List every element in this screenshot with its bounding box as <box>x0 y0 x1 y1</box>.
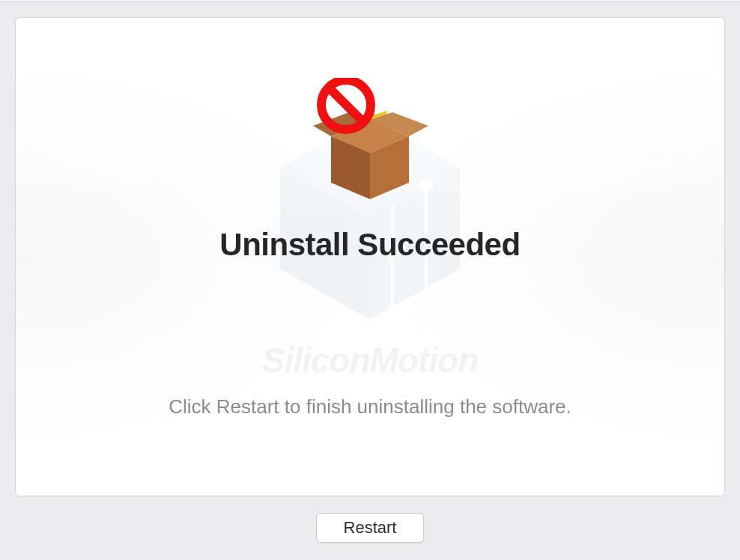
window-body: SiliconMotion <box>0 2 740 560</box>
button-row: Restart <box>316 513 425 543</box>
uninstall-box-icon <box>303 78 437 212</box>
instruction-text: Click Restart to finish uninstalling the… <box>169 395 571 419</box>
watermark-brand-text: SiliconMotion <box>258 340 482 380</box>
content-panel: SiliconMotion <box>15 17 725 496</box>
uninstall-heading: Uninstall Succeeded <box>219 227 520 263</box>
restart-button[interactable]: Restart <box>316 513 425 543</box>
